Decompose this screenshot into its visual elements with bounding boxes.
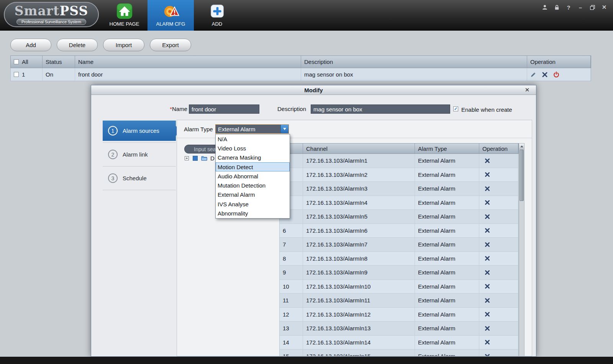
description-label: Description [277, 106, 306, 112]
minimize-icon[interactable]: – [577, 4, 584, 11]
channel-row-alarm-type: External Alarm [415, 322, 479, 335]
alarm-icon [162, 2, 180, 20]
taskbar-strip [0, 357, 613, 364]
channel-row-operation [479, 336, 518, 349]
remove-channel-icon[interactable] [485, 228, 490, 233]
remove-channel-icon[interactable] [485, 256, 490, 261]
alarm-table-body: 1 On front door mag sensor on box [10, 68, 591, 81]
alarm-table-header: All Status Name Description Operation [10, 55, 591, 68]
dropdown-option[interactable]: Abnormality [216, 209, 290, 218]
channel-row: 5 172.16.13.103/AlarmIn5 External Alarm [279, 210, 519, 224]
step-item[interactable]: 1 Alarm sources [103, 121, 176, 141]
add-button[interactable]: Add [10, 39, 51, 51]
tab-alarm-cfg[interactable]: ALARM CFG [148, 0, 194, 31]
channel-row-channel: 172.16.13.103/AlarmIn2 [303, 168, 415, 182]
delete-x-icon[interactable] [542, 72, 548, 78]
channel-row-alarm-type: External Alarm [415, 280, 479, 294]
channel-row-number: 7 [280, 238, 303, 251]
user-icon[interactable] [541, 4, 548, 11]
tree-expand-icon[interactable] [185, 156, 189, 160]
channel-row-channel: 172.16.13.103/AlarmIn10 [303, 280, 415, 294]
channel-row-operation [479, 280, 518, 294]
alarm-type-select[interactable]: External Alarm [215, 124, 289, 134]
channel-row-alarm-type: External Alarm [415, 294, 479, 307]
scrollbar-thumb[interactable] [520, 150, 524, 201]
remove-channel-icon[interactable] [485, 340, 490, 345]
dropdown-option[interactable]: Mutation Detection [216, 181, 290, 190]
channel-row-operation [479, 154, 518, 168]
help-icon[interactable]: ? [565, 4, 572, 11]
header-operation: Operation [527, 56, 591, 68]
edit-icon[interactable] [530, 72, 536, 78]
remove-channel-icon[interactable] [485, 158, 490, 163]
channel-row-alarm-type: External Alarm [415, 154, 479, 168]
scroll-up-arrow-icon[interactable] [519, 144, 524, 149]
channel-row: 7 172.16.13.103/AlarmIn7 External Alarm [279, 238, 519, 252]
name-label: *Name [152, 106, 187, 112]
export-button[interactable]: Export [150, 39, 191, 51]
tab-home-page[interactable]: HOME PAGE [101, 0, 148, 31]
chevron-down-icon[interactable] [280, 125, 288, 133]
dropdown-option[interactable]: Audio Abnormal [216, 171, 290, 181]
alarm-row: 1 On front door mag sensor on box [10, 68, 591, 81]
delete-button[interactable]: Delete [57, 39, 98, 51]
channel-table-header: Channel Alarm Type Operation [279, 143, 519, 154]
maximize-icon[interactable] [589, 4, 596, 11]
header-description: Description [301, 56, 527, 68]
modify-dialog: Modify ✕ *Name Description Enable when c… [91, 85, 536, 357]
remove-channel-icon[interactable] [485, 270, 490, 275]
modal-title: Modify [304, 87, 323, 93]
channel-header-operation: Operation [479, 144, 518, 153]
description-field[interactable] [311, 104, 450, 114]
app-logo: SmartPSS Professional Surveillance Syste… [4, 2, 99, 27]
remove-channel-icon[interactable] [485, 186, 490, 191]
dropdown-option[interactable]: IVS Analyse [216, 199, 290, 209]
row-name: front door [75, 68, 301, 81]
channel-row: 14 172.16.13.103/AlarmIn14 External Alar… [279, 336, 519, 350]
dropdown-option[interactable]: Motion Detect [216, 162, 290, 171]
alarm-list-table: All Status Name Description Operation 1 … [10, 55, 591, 81]
modal-close-icon[interactable]: ✕ [523, 86, 531, 94]
channel-row: 9 172.16.13.103/AlarmIn9 External Alarm [279, 266, 519, 280]
channel-table-scrollbar[interactable] [519, 143, 524, 356]
dropdown-option[interactable]: Video Loss [216, 144, 290, 153]
step-item[interactable]: 2 Alarm link [103, 144, 176, 165]
remove-channel-icon[interactable] [485, 354, 490, 356]
name-field[interactable] [189, 104, 259, 114]
channel-row-channel: 172.16.13.103/AlarmIn13 [303, 322, 415, 335]
dropdown-option[interactable]: External Alarm [216, 190, 290, 199]
remove-channel-icon[interactable] [485, 172, 490, 177]
row-checkbox[interactable] [14, 72, 19, 77]
channel-row-number: 13 [280, 322, 303, 335]
enable-when-create-checkbox[interactable] [453, 106, 458, 111]
lock-icon[interactable] [553, 4, 560, 11]
folder-icon [201, 155, 207, 161]
remove-channel-icon[interactable] [485, 326, 490, 331]
channel-row-operation [479, 322, 518, 335]
remove-channel-icon[interactable] [485, 312, 490, 317]
import-button[interactable]: Import [103, 39, 144, 51]
tree-label: D [210, 155, 215, 162]
remove-channel-icon[interactable] [485, 200, 490, 205]
row-number: 1 [22, 71, 25, 78]
tab-add[interactable]: ADD [194, 0, 240, 31]
step-item[interactable]: 3 Schedule [103, 168, 176, 188]
channel-row-operation [479, 252, 518, 266]
power-icon[interactable] [553, 72, 559, 78]
row-select-cell: 1 [11, 68, 43, 81]
device-tree-item[interactable]: D [185, 155, 215, 162]
channel-row-alarm-type: External Alarm [415, 196, 479, 210]
dropdown-option[interactable]: N/A [216, 134, 290, 144]
remove-channel-icon[interactable] [485, 284, 490, 289]
channel-row-operation [479, 349, 518, 356]
header-name: Name [75, 56, 301, 68]
remove-channel-icon[interactable] [485, 298, 490, 303]
channel-row-channel: 172.16.13.103/AlarmIn6 [303, 224, 415, 238]
select-all-checkbox[interactable] [14, 59, 19, 64]
close-icon[interactable]: ✕ [601, 4, 608, 11]
remove-channel-icon[interactable] [485, 214, 490, 219]
tree-checkbox[interactable] [193, 156, 198, 161]
app-title: SmartPSS [15, 5, 89, 17]
dropdown-option[interactable]: Camera Masking [216, 153, 290, 162]
remove-channel-icon[interactable] [485, 242, 490, 247]
